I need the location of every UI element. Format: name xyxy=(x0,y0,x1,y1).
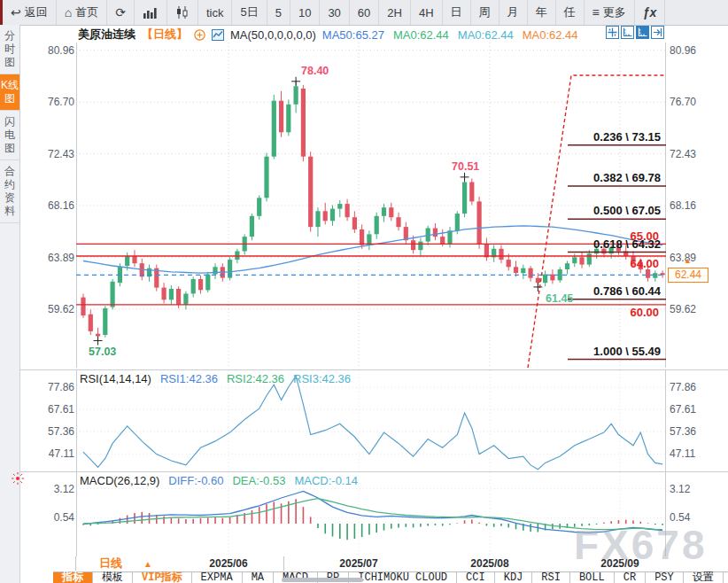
toolbar-button-4H[interactable]: 4H xyxy=(411,0,443,25)
month-tick-label: 2025/07 xyxy=(339,557,377,570)
toolbar-button-label: 返回 xyxy=(25,4,48,20)
toolbar-button-5日[interactable]: 5日 xyxy=(232,0,267,25)
candle-body xyxy=(205,275,210,291)
chart-tool-icons xyxy=(606,26,664,39)
menu-icon: ≡ xyxy=(592,6,600,19)
diff-line xyxy=(83,492,662,533)
candlestick-icon xyxy=(175,6,190,19)
period-label: 日线 xyxy=(99,556,122,571)
toolbar-button-2H[interactable]: 2H xyxy=(379,0,411,25)
crosshair-move-icon[interactable] xyxy=(606,26,619,39)
axis-scale-active-icon[interactable] xyxy=(636,26,649,39)
candle-body xyxy=(103,308,107,335)
refresh-button[interactable]: ⟳ xyxy=(107,0,135,25)
ma-settings-label: MA(50,0,0,0,0,0) xyxy=(230,28,316,42)
indicator-value: DEA:-0.53 xyxy=(232,474,285,487)
horizontal-scrollbar-thumb[interactable] xyxy=(282,578,363,582)
rsi-title: RSI(14,14,14) xyxy=(80,372,151,385)
candle-body xyxy=(125,256,129,266)
candle-body xyxy=(543,275,547,284)
candle-body xyxy=(572,257,577,263)
indicator-tab-EXPMA[interactable]: EXPMA xyxy=(192,572,243,583)
axis-label: 3.12 xyxy=(670,483,710,495)
candle-body xyxy=(330,209,335,222)
toolbar-button-首页[interactable]: ⌂首页 xyxy=(57,0,107,25)
candle-body xyxy=(213,267,217,274)
indicator-tab-RSI[interactable]: RSI xyxy=(532,572,570,583)
exit-fullscreen-icon[interactable] xyxy=(651,26,664,39)
price-annotation: 78.40 xyxy=(301,65,329,77)
indicator-tab-VIP指标[interactable]: VIP指标 xyxy=(133,572,192,583)
sidebar-tab-合约资料[interactable]: 合约资料 xyxy=(0,160,19,223)
macd-title: MACD(26,12,9) xyxy=(80,474,159,487)
back-icon: ↩ xyxy=(11,6,21,19)
indicator-value: DIFF:-0.60 xyxy=(168,474,223,487)
indicator-tab-CR[interactable]: CR xyxy=(615,572,646,583)
toolbar-button-年[interactable]: 年 xyxy=(528,0,556,25)
candle-body xyxy=(521,268,525,274)
fx-button[interactable]: ƒx xyxy=(635,0,666,25)
candle-body xyxy=(345,204,350,217)
trading-app-window: ↩返回⌂首页⟳tick5日51030602H4H日周月年任≡更多ƒx 分时图K线… xyxy=(0,0,728,583)
fib-label: 0.382 \ 69.78 xyxy=(430,171,661,184)
candle-body xyxy=(646,269,650,278)
sidebar-tab-分时图[interactable]: 分时图 xyxy=(0,25,19,74)
axis-label: 57.36 xyxy=(670,425,710,438)
dea-line xyxy=(83,499,662,530)
candle-body xyxy=(499,249,503,260)
add-compare-icon[interactable] xyxy=(194,29,205,41)
month-tick-label: 2025/06 xyxy=(209,557,247,570)
indicator-tab-指标[interactable]: 指标 xyxy=(53,572,93,583)
candle-body xyxy=(162,288,167,300)
toolbar-button-日[interactable]: 日 xyxy=(443,0,471,25)
bar-chart-button[interactable] xyxy=(135,0,167,25)
toolbar-button-label: 日 xyxy=(451,4,462,20)
toolbar-button-更多[interactable]: ≡更多 xyxy=(585,0,635,25)
toolbar-button-任[interactable]: 任 xyxy=(556,0,585,25)
indicator-tab-MA[interactable]: MA xyxy=(243,572,274,583)
toolbar-button-10[interactable]: 10 xyxy=(290,0,320,25)
toolbar-button-周[interactable]: 周 xyxy=(471,0,500,25)
indicator-tab-CCI[interactable]: CCI xyxy=(457,572,495,583)
sidebar-tab-K线图[interactable]: K线图 xyxy=(0,74,19,111)
fib-label: 0.236 \ 73.15 xyxy=(430,130,661,144)
axis-label: 80.96 xyxy=(34,44,74,57)
axis-label: 77.86 xyxy=(34,381,74,393)
candle-body xyxy=(396,217,400,227)
toolbar-button-返回[interactable]: ↩返回 xyxy=(3,0,57,25)
symbol-name: 美原油连续 xyxy=(78,27,136,43)
candle-body xyxy=(337,204,342,209)
fib-label: 1.000 \ 55.49 xyxy=(430,345,661,358)
axis-label: 47.11 xyxy=(34,447,74,460)
indicator-tabs: 指标模板VIP指标EXPMAMAMACDPPICHIMOKU CLOUDCCIK… xyxy=(53,571,728,583)
indicator-tab-KDJ[interactable]: KDJ xyxy=(495,572,533,583)
toolbar-button-tick[interactable]: tick xyxy=(198,0,233,25)
fib-label: 0.786 \ 60.44 xyxy=(430,284,661,298)
indicator-tab-模板[interactable]: 模板 xyxy=(93,572,133,583)
rsi-line xyxy=(83,376,662,469)
indicator-tab-ICHIMOKU CLOUD[interactable]: ICHIMOKU CLOUD xyxy=(349,572,457,583)
toolbar-button-label: 任 xyxy=(564,4,576,20)
indicator-tab-BOLL[interactable]: BOLL xyxy=(570,572,615,583)
period-selector[interactable]: 日线 ▲ xyxy=(75,556,284,571)
toolbar-button-5[interactable]: 5 xyxy=(267,0,290,25)
axis-label: 63.89 xyxy=(34,252,74,264)
toolbar-button-30[interactable]: 30 xyxy=(320,0,349,25)
axis-label: 0.54 xyxy=(34,511,74,524)
month-tick-label: 2025/08 xyxy=(470,557,508,570)
overlay-chart-icon[interactable] xyxy=(212,29,224,41)
candlestick-button[interactable] xyxy=(167,0,198,25)
candle-body xyxy=(352,217,357,229)
toolbar-button-60[interactable]: 60 xyxy=(350,0,379,25)
axis-label: 72.43 xyxy=(34,148,74,160)
sidebar-tab-闪电图[interactable]: 闪电图 xyxy=(0,111,19,160)
rsi-panel-canvas[interactable] xyxy=(76,370,666,472)
indicator-tab-设置[interactable]: 设置 xyxy=(684,572,724,583)
indicator-tab-PSY[interactable]: PSY xyxy=(646,572,684,583)
axis-label: 77.86 xyxy=(670,381,710,393)
axis-scale-icon[interactable] xyxy=(621,26,634,39)
toolbar-button-月[interactable]: 月 xyxy=(500,0,528,25)
candle-body xyxy=(235,252,239,260)
ma-values: MA50:65.27MA0:62.44MA0:62.44MA0:62.44 xyxy=(322,28,578,42)
candle-body xyxy=(565,263,569,269)
